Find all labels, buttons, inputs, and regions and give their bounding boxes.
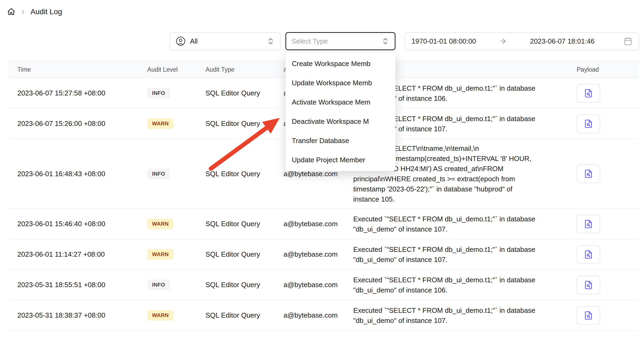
audit-level-badge: WARN (147, 118, 173, 129)
payload-view-button[interactable] (577, 215, 600, 233)
chevrons-up-down-icon (381, 37, 389, 45)
audit-log-page: Audit Log All Select Type 1970-01-01 08:… (0, 0, 644, 339)
audit-level-badge: INFO (147, 280, 170, 290)
row-audit-type: SQL Editor Query (205, 250, 284, 259)
row-audit-level: WARN (147, 249, 205, 260)
row-comment: Executed `"SELECT * FROM db_ui_demo.t1;"… (353, 214, 577, 234)
row-time: 2023-06-07 15:27:58 +08:00 (8, 89, 147, 97)
row-audit-type: SQL Editor Query (205, 120, 284, 128)
row-audit-level: WARN (147, 310, 205, 321)
date-range-end[interactable]: 2023-06-07 18:01:46 (530, 37, 594, 45)
row-time: 2023-06-01 11:14:27 +08:00 (8, 250, 147, 259)
row-time: 2023-06-01 16:48:43 +08:00 (8, 170, 147, 178)
row-audit-type: SQL Editor Query (205, 311, 284, 319)
user-filter-value: All (190, 37, 198, 45)
row-time: 2023-06-01 15:46:40 +08:00 (8, 220, 147, 228)
payload-view-button[interactable] (577, 84, 600, 103)
page-title: Audit Log (30, 7, 62, 16)
row-actor: a@bytebase.com (284, 281, 353, 289)
audit-level-badge: INFO (147, 169, 170, 179)
row-time: 2023-05-31 18:38:37 +08:00 (8, 311, 147, 319)
row-payload (577, 276, 639, 294)
payload-view-button[interactable] (577, 245, 600, 264)
audit-level-badge: WARN (147, 219, 173, 229)
type-dropdown-option[interactable]: Update Project Member (285, 150, 395, 170)
type-dropdown-option[interactable]: Activate Workspace Mem (285, 93, 395, 112)
column-header-audit-type: Audit Type (205, 66, 284, 73)
row-audit-type: SQL Editor Query (205, 89, 284, 97)
arrow-right-icon (499, 37, 507, 45)
audit-level-badge: INFO (147, 88, 170, 98)
file-search-icon (584, 311, 593, 320)
row-actor: a@bytebase.com (284, 250, 353, 259)
row-actor: a@bytebase.com (284, 220, 353, 228)
row-payload (577, 215, 639, 233)
type-dropdown-option[interactable]: Transfer Database (285, 131, 395, 150)
payload-view-button[interactable] (577, 306, 600, 325)
row-audit-level: WARN (147, 118, 205, 129)
audit-level-badge: WARN (147, 249, 173, 260)
type-dropdown-option[interactable]: Deactivate Workspace M (285, 112, 395, 131)
file-search-icon (584, 280, 593, 290)
column-header-time: Time (8, 66, 147, 73)
type-dropdown-option[interactable]: Create Workspace Memb (285, 54, 395, 73)
file-search-icon (584, 250, 593, 259)
row-audit-type: SQL Editor Query (205, 281, 284, 289)
payload-view-button[interactable] (577, 164, 600, 183)
type-dropdown-menu: Create Workspace MembUpdate Workspace Me… (285, 52, 395, 171)
table-row: 2023-06-01 15:46:40 +08:00WARNSQL Editor… (8, 209, 639, 239)
row-payload (577, 84, 639, 103)
date-range-picker[interactable]: 1970-01-01 08:00:00 2023-06-07 18:01:46 (405, 32, 639, 50)
column-header-payload: Payload (577, 66, 639, 73)
row-time: 2023-06-07 15:26:00 +08:00 (8, 120, 147, 128)
row-comment: Executed `"SELECT * FROM db_ui_demo.t1;"… (353, 275, 577, 295)
type-filter-placeholder: Select Type (292, 37, 328, 45)
row-audit-level: INFO (147, 280, 205, 290)
chevrons-up-down-icon (267, 37, 275, 45)
row-audit-type: SQL Editor Query (205, 170, 284, 178)
row-comment: Executed `"SELECT * FROM db_ui_demo.t1;"… (353, 244, 577, 265)
file-search-icon (584, 219, 593, 229)
type-filter-select[interactable]: Select Type (285, 32, 395, 50)
table-row: 2023-05-31 18:38:37 +08:00WARNSQL Editor… (8, 300, 639, 331)
row-comment: Executed `"SELECT * FROM db_ui_demo.t1;"… (353, 305, 577, 326)
column-header-audit-level: Audit Level (147, 66, 205, 73)
payload-view-button[interactable] (577, 276, 600, 294)
payload-view-button[interactable] (577, 114, 600, 133)
row-payload (577, 164, 639, 183)
user-circle-icon (176, 36, 186, 46)
home-icon[interactable] (7, 7, 15, 16)
type-dropdown-option[interactable]: Update Workspace Memb (285, 73, 395, 93)
row-audit-level: INFO (147, 169, 205, 179)
table-row: 2023-05-31 18:55:51 +08:00INFOSQL Editor… (8, 270, 639, 300)
table-row: 2023-06-01 11:14:27 +08:00WARNSQL Editor… (8, 239, 639, 270)
file-search-icon (584, 119, 593, 128)
user-filter-select[interactable]: All (170, 32, 281, 50)
date-range-start[interactable]: 1970-01-01 08:00:00 (412, 37, 476, 45)
row-audit-type: SQL Editor Query (205, 220, 284, 228)
row-audit-level: INFO (147, 88, 205, 98)
row-audit-level: WARN (147, 219, 205, 229)
file-search-icon (584, 89, 593, 98)
breadcrumb: Audit Log (7, 7, 62, 16)
calendar-icon[interactable] (624, 37, 632, 45)
row-payload (577, 114, 639, 133)
row-payload (577, 245, 639, 264)
chevron-right-icon (20, 9, 26, 15)
file-search-icon (584, 169, 593, 178)
audit-level-badge: WARN (147, 310, 173, 321)
row-time: 2023-05-31 18:55:51 +08:00 (8, 281, 147, 289)
row-payload (577, 306, 639, 325)
row-actor: a@bytebase.com (284, 311, 353, 319)
